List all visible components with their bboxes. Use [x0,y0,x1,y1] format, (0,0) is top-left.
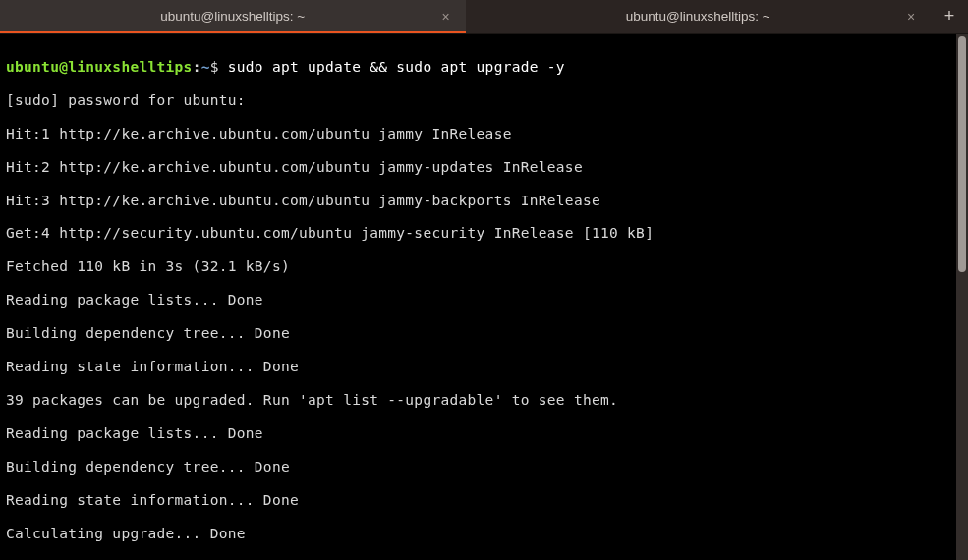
output-line: Reading package lists... Done [6,292,960,308]
terminal-viewport[interactable]: ubuntu@linuxshelltips:~$ sudo apt update… [0,34,968,560]
output-line: Get:4 http://security.ubuntu.com/ubuntu … [6,225,960,242]
tab-bar: ubuntu@linuxshelltips: ~ × ubuntu@linuxs… [0,0,968,34]
tab-label: ubuntu@linuxshelltips: ~ [160,9,305,25]
prompt-sigil: $ [210,59,219,75]
new-tab-button[interactable]: + [931,0,968,33]
tab-label: ubuntu@linuxshelltips: ~ [626,9,770,25]
close-icon[interactable]: × [903,9,919,25]
output-line: [sudo] password for ubuntu: [6,92,960,109]
output-line: Hit:2 http://ke.archive.ubuntu.com/ubunt… [6,159,960,176]
output-line: 39 packages can be upgraded. Run 'apt li… [6,392,960,409]
scrollbar-track[interactable] [956,34,968,560]
prompt-userhost: ubuntu@linuxshelltips [6,59,193,75]
prompt-path: ~ [201,59,210,75]
tab-0[interactable]: ubuntu@linuxshelltips: ~ × [0,0,466,33]
output-line: Building dependency tree... Done [6,325,960,342]
output-line: Calculating upgrade... Done [6,526,960,542]
output-line: Hit:3 http://ke.archive.ubuntu.com/ubunt… [6,193,960,209]
output-line: Building dependency tree... Done [6,459,960,476]
tab-1[interactable]: ubuntu@linuxshelltips: ~ × [466,0,932,33]
command-text: sudo apt update && sudo apt upgrade -y [228,59,565,75]
scrollbar-thumb[interactable] [958,36,966,272]
output-line: Reading package lists... Done [6,425,960,442]
close-icon[interactable]: × [438,9,454,25]
output-line: Reading state information... Done [6,492,960,509]
output-line: Reading state information... Done [6,359,960,375]
output-line: Fetched 110 kB in 3s (32.1 kB/s) [6,258,960,275]
output-line: Hit:1 http://ke.archive.ubuntu.com/ubunt… [6,126,960,142]
prompt-line: ubuntu@linuxshelltips:~$ sudo apt update… [6,59,960,76]
prompt-sep: : [193,59,201,75]
